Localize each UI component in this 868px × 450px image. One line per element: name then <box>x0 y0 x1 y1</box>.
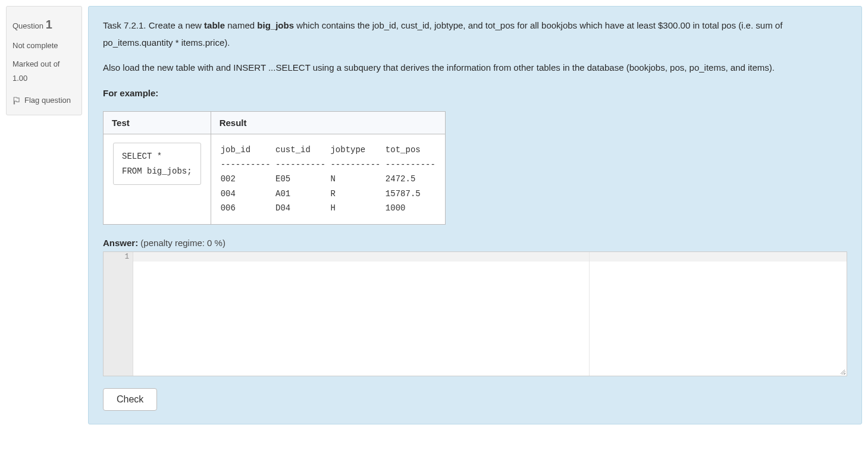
answer-label-row: Answer: (penalty regime: 0 %) <box>103 238 847 248</box>
example-header-result: Result <box>211 112 445 134</box>
for-example-label: For example: <box>103 85 847 102</box>
question-container: Question 1 Not complete Marked out of 1.… <box>6 6 862 424</box>
flag-icon <box>12 96 21 105</box>
question-paragraph-1: Task 7.2.1. Create a new table named big… <box>103 17 847 51</box>
question-number-value: 1 <box>46 18 52 31</box>
example-table: Test Result SELECT * FROM big_jobs; job_… <box>103 111 446 225</box>
question-info-panel: Question 1 Not complete Marked out of 1.… <box>6 6 82 115</box>
resize-handle[interactable] <box>838 367 847 376</box>
editor-gutter: 1 <box>104 252 133 376</box>
test-code: SELECT * FROM big_jobs; <box>113 143 201 185</box>
question-text: Task 7.2.1. Create a new table named big… <box>103 17 847 102</box>
table-row: SELECT * FROM big_jobs; job_id cust_id j… <box>104 134 446 225</box>
editor-area[interactable] <box>133 252 847 376</box>
penalty-regime: (penalty regime: 0 %) <box>140 238 225 248</box>
marked-out-of-label: Marked out of <box>12 58 76 70</box>
result-output: job_id cust_id jobtype tot_pos ---------… <box>221 143 435 216</box>
flag-question-label: Flag question <box>24 93 71 107</box>
line-number: 1 <box>104 253 129 261</box>
answer-input[interactable] <box>133 252 847 376</box>
question-label: Question <box>12 21 43 30</box>
code-editor[interactable]: 1 <box>103 251 847 376</box>
question-number: Question 1 <box>12 14 76 35</box>
check-button[interactable]: Check <box>103 388 157 411</box>
question-paragraph-2: Also load the new table with and INSERT … <box>103 59 847 77</box>
example-header-test: Test <box>104 112 211 134</box>
flag-question-link[interactable]: Flag question <box>12 93 76 107</box>
question-content: Task 7.2.1. Create a new table named big… <box>88 6 862 424</box>
answer-label: Answer: <box>103 238 138 248</box>
marked-out-of-value: 1.00 <box>12 71 76 85</box>
completion-status: Not complete <box>12 39 76 52</box>
